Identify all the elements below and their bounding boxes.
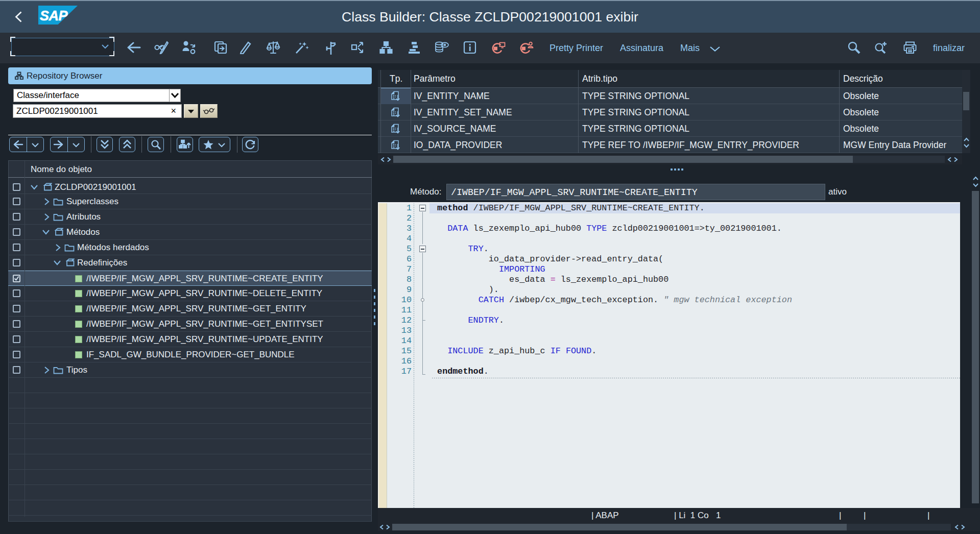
svg-text:SAP: SAP xyxy=(40,8,68,23)
